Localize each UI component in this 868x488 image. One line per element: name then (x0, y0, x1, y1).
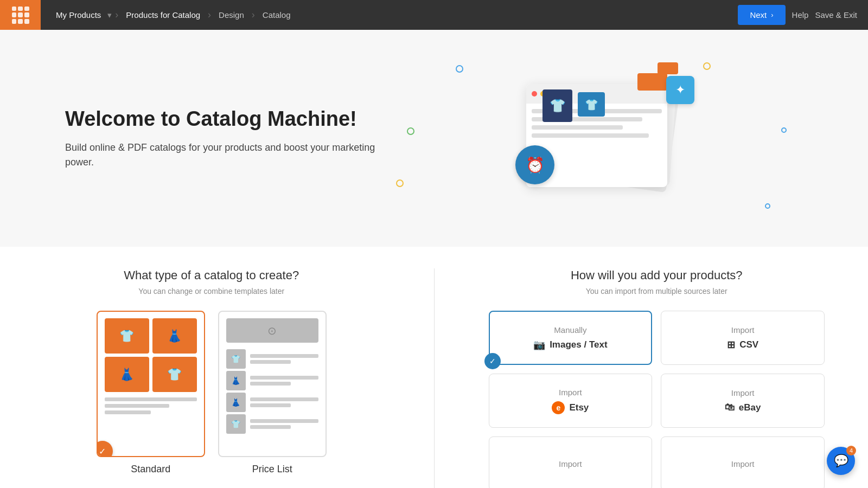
help-button[interactable]: Help (792, 10, 809, 20)
breadcrumb-my-products[interactable]: My Products (52, 7, 105, 23)
pl-img-4: 👕 (226, 414, 246, 434)
deco-dot-1 (456, 65, 463, 73)
pl-header-img: ⊙ (226, 318, 318, 343)
standard-grid: 👕 👗 👗 👕 (105, 318, 197, 392)
pl-line-b (250, 360, 291, 364)
hero-illustration: 👕 👕 ⏰ ✦ (391, 57, 803, 220)
illus-orange-rect-1 (637, 73, 667, 91)
etsy-icon: e (552, 401, 565, 414)
deco-dot-5 (765, 203, 770, 209)
method-ebay-main: 🛍 eBay (725, 402, 761, 413)
next-arrow-icon: › (771, 11, 773, 19)
catalog-type-options: 👕 👗 👗 👕 ✓ Standard (43, 311, 380, 475)
add-products-section: How will you add your products? You can … (489, 268, 825, 488)
deco-dot-4 (396, 179, 404, 187)
breadcrumb-design[interactable]: Design (214, 7, 248, 23)
catalog-type-section: What type of a catalog to create? You ca… (43, 268, 380, 488)
illus-badge: ✦ (666, 76, 694, 104)
pl-line-d (250, 382, 291, 386)
deco-dot-3 (407, 127, 414, 135)
chat-button[interactable]: 💬 4 (827, 447, 855, 475)
breadcrumb-catalog[interactable]: Catalog (258, 7, 295, 23)
pl-lines-3 (250, 397, 318, 407)
breadcrumb-products-for-catalog[interactable]: Products for Catalog (122, 7, 205, 23)
std-lines (105, 397, 197, 417)
catalog-type-title: What type of a catalog to create? (43, 268, 380, 282)
method-etsy-label: Import (559, 388, 582, 397)
pl-img-3: 👗 (226, 393, 246, 412)
pl-line-f (250, 403, 291, 407)
next-button[interactable]: Next › (738, 5, 785, 25)
pl-row-1: 👕 (226, 349, 318, 369)
illus-shirt-blue: 👕 (578, 92, 605, 117)
pl-line-g (250, 419, 318, 423)
method-csv-main: ⊞ CSV (727, 339, 758, 351)
pricelist-label: Price List (252, 464, 292, 475)
nav-actions: Next › Help Save & Exit (738, 5, 868, 25)
pricelist-inner: ⊙ 👕 👗 (226, 318, 318, 434)
method-manually[interactable]: Manually 📷 Images / Text ✓ (489, 311, 653, 365)
dropdown-icon: ▾ (107, 10, 112, 20)
hero-section: Welcome to Catalog Machine! Build online… (0, 30, 868, 247)
next-button-label: Next (750, 10, 767, 20)
std-cell-3: 👗 (105, 357, 149, 392)
add-products-title: How will you add your products? (489, 268, 825, 282)
pl-row-2: 👗 (226, 371, 318, 390)
method-more2[interactable]: Import (661, 436, 825, 488)
traffic-red (532, 91, 537, 97)
method-ebay[interactable]: Import 🛍 eBay (661, 374, 825, 428)
clock-symbol: ⏰ (526, 156, 545, 174)
options-row: What type of a catalog to create? You ca… (43, 268, 825, 488)
camera-icon: 📷 (533, 339, 545, 351)
illus-orange-rect-2 (658, 62, 678, 74)
pl-line-h (250, 425, 291, 429)
csv-icon: ⊞ (727, 339, 735, 351)
app-logo[interactable] (0, 0, 41, 30)
std-line-2 (105, 404, 169, 408)
breadcrumb-separator-1: › (115, 9, 118, 21)
method-etsy-text: Etsy (569, 402, 589, 413)
ebay-icon: 🛍 (725, 402, 735, 413)
std-cell-2: 👗 (152, 318, 197, 354)
illus-shirt-dark: 👕 (542, 89, 572, 122)
std-line-1 (105, 397, 197, 401)
pl-line-e (250, 397, 318, 401)
method-ebay-label: Import (731, 388, 755, 397)
std-cell-4: 👕 (152, 357, 197, 392)
hero-subtitle: Build online & PDF catalogs for your pro… (65, 140, 391, 170)
catalog-type-subtitle: You can change or combine templates late… (43, 287, 380, 296)
illus-clock-icon: ⏰ (515, 145, 554, 184)
method-csv-label: Import (731, 325, 755, 335)
method-more1-label: Import (559, 459, 582, 468)
method-etsy[interactable]: Import e Etsy (489, 374, 653, 428)
pl-img-1: 👕 (226, 349, 246, 369)
navigation: My Products ▾ › Products for Catalog › D… (0, 0, 868, 30)
standard-selected-check: ✓ (97, 441, 113, 457)
pl-lines-4 (250, 419, 318, 429)
product-methods-grid: Manually 📷 Images / Text ✓ Import ⊞ CSV (489, 311, 825, 488)
method-ebay-text: eBay (739, 402, 761, 413)
method-manually-label: Manually (554, 325, 586, 335)
chat-badge: 4 (846, 446, 856, 455)
standard-catalog-card[interactable]: 👕 👗 👗 👕 ✓ (97, 311, 205, 457)
method-csv-text: CSV (739, 339, 758, 350)
pl-img-2: 👗 (226, 371, 246, 390)
logo-grid (12, 7, 29, 24)
method-more1[interactable]: Import (489, 436, 653, 488)
breadcrumb-separator-3: › (252, 9, 255, 21)
method-csv[interactable]: Import ⊞ CSV (661, 311, 825, 365)
pl-line-a (250, 354, 318, 358)
illus-line-3 (532, 125, 623, 130)
illus-line-4 (532, 133, 649, 138)
pl-lines-2 (250, 376, 318, 386)
pl-row-3: 👗 (226, 393, 318, 412)
pricelist-catalog-card[interactable]: ⊙ 👕 👗 (218, 311, 327, 457)
save-exit-button[interactable]: Save & Exit (815, 10, 857, 20)
hero-title: Welcome to Catalog Machine! (65, 107, 391, 131)
hero-text: Welcome to Catalog Machine! Build online… (65, 107, 391, 170)
method-more2-label: Import (731, 459, 755, 468)
breadcrumb: My Products ▾ › Products for Catalog › D… (41, 7, 738, 23)
section-divider (434, 268, 435, 488)
badge-symbol: ✦ (675, 83, 685, 97)
deco-dot-6 (781, 127, 787, 133)
